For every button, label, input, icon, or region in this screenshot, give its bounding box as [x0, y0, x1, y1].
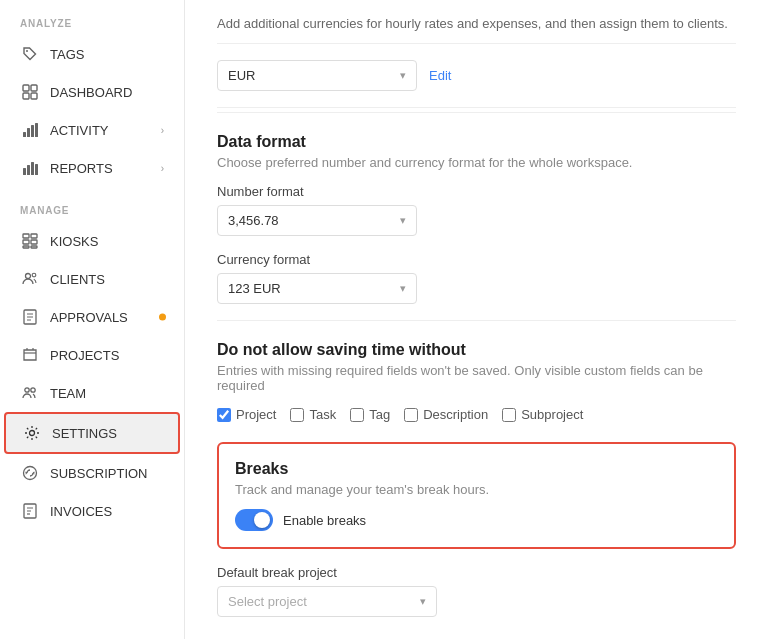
settings-icon — [22, 423, 42, 443]
sidebar-section-label-manage: MANAGE — [0, 187, 184, 222]
sidebar-item-tags[interactable]: TAGS — [4, 35, 180, 73]
invoices-icon — [20, 501, 40, 521]
break-project-select[interactable]: Select project ▾ — [217, 586, 437, 617]
chevron-right-icon: › — [161, 163, 164, 174]
sidebar-item-settings[interactable]: SETTINGS — [4, 412, 180, 454]
sidebar-item-projects[interactable]: PROJECTS — [4, 336, 180, 374]
data-format-section: Data format Choose preferred number and … — [217, 133, 736, 304]
sidebar: ANALYZE TAGS DASHBOARD — [0, 0, 185, 639]
no-saving-title: Do not allow saving time without — [217, 341, 736, 359]
sidebar-item-team[interactable]: TEAM — [4, 374, 180, 412]
checkbox-task[interactable]: Task — [290, 407, 336, 422]
checkbox-project-input[interactable] — [217, 408, 231, 422]
break-project-label: Default break project — [217, 565, 736, 580]
kiosks-icon — [20, 231, 40, 251]
approvals-icon — [20, 307, 40, 327]
checkbox-project-label: Project — [236, 407, 276, 422]
checkbox-tag[interactable]: Tag — [350, 407, 390, 422]
sidebar-item-kiosks[interactable]: KIOSKS — [4, 222, 180, 260]
sidebar-item-label-kiosks: KIOSKS — [50, 234, 98, 249]
sidebar-item-approvals[interactable]: APPROVALS — [4, 298, 180, 336]
break-project-group: Default break project Select project ▾ — [217, 565, 736, 617]
checkbox-project[interactable]: Project — [217, 407, 276, 422]
checkbox-description[interactable]: Description — [404, 407, 488, 422]
checkbox-task-input[interactable] — [290, 408, 304, 422]
svg-rect-3 — [23, 93, 29, 99]
number-format-label: Number format — [217, 184, 736, 199]
toggle-knob — [254, 512, 270, 528]
checkbox-description-input[interactable] — [404, 408, 418, 422]
currency-select-value: EUR — [228, 68, 255, 83]
sidebar-section-manage: MANAGE KIOSKS — [0, 187, 184, 530]
enable-breaks-toggle[interactable] — [235, 509, 273, 531]
sidebar-item-subscription[interactable]: SUBSCRIPTION — [4, 454, 180, 492]
chevron-down-icon: ▾ — [400, 69, 406, 82]
subscription-icon — [20, 463, 40, 483]
currency-format-select[interactable]: 123 EUR ▾ — [217, 273, 417, 304]
sidebar-item-label-team: TEAM — [50, 386, 86, 401]
currency-format-value: 123 EUR — [228, 281, 281, 296]
svg-rect-12 — [35, 164, 38, 175]
breaks-section: Breaks Track and manage your team's brea… — [217, 442, 736, 549]
clients-icon — [20, 269, 40, 289]
svg-point-24 — [30, 431, 35, 436]
sidebar-item-label-activity: ACTIVITY — [50, 123, 109, 138]
number-format-select[interactable]: 3,456.78 ▾ — [217, 205, 417, 236]
sidebar-item-reports[interactable]: REPORTS › — [4, 149, 180, 187]
data-format-desc: Choose preferred number and currency for… — [217, 155, 736, 170]
sidebar-item-label-reports: REPORTS — [50, 161, 113, 176]
edit-link[interactable]: Edit — [429, 68, 451, 83]
top-description: Add additional currencies for hourly rat… — [217, 0, 736, 44]
svg-rect-17 — [23, 246, 29, 248]
break-project-placeholder: Select project — [228, 594, 307, 609]
sidebar-item-invoices[interactable]: INVOICES — [4, 492, 180, 530]
currency-format-group: Currency format 123 EUR ▾ — [217, 252, 736, 304]
svg-rect-14 — [31, 234, 37, 238]
dashboard-icon — [20, 82, 40, 102]
notification-dot — [159, 314, 166, 321]
team-icon — [20, 383, 40, 403]
svg-rect-10 — [27, 165, 30, 175]
checkboxes-row: Project Task Tag Description Subproject — [217, 407, 736, 422]
projects-icon — [20, 345, 40, 365]
number-format-value: 3,456.78 — [228, 213, 279, 228]
sidebar-item-label-tags: TAGS — [50, 47, 84, 62]
checkbox-tag-label: Tag — [369, 407, 390, 422]
sidebar-item-label-settings: SETTINGS — [52, 426, 117, 441]
svg-rect-6 — [27, 128, 30, 137]
sidebar-item-dashboard[interactable]: DASHBOARD — [4, 73, 180, 111]
svg-point-22 — [25, 388, 29, 392]
no-saving-section: Do not allow saving time without Entries… — [217, 341, 736, 422]
sidebar-item-label-approvals: APPROVALS — [50, 310, 128, 325]
svg-rect-15 — [23, 240, 29, 244]
svg-rect-7 — [31, 125, 34, 137]
breaks-desc: Track and manage your team's break hours… — [235, 482, 718, 497]
main-content: Add additional currencies for hourly rat… — [185, 0, 768, 639]
chevron-down-icon: ▾ — [400, 214, 406, 227]
checkbox-tag-input[interactable] — [350, 408, 364, 422]
sidebar-item-clients[interactable]: CLIENTS — [4, 260, 180, 298]
tag-icon — [20, 44, 40, 64]
sidebar-section-label-analyze: ANALYZE — [0, 0, 184, 35]
enable-breaks-label: Enable breaks — [283, 513, 366, 528]
svg-rect-1 — [23, 85, 29, 91]
svg-point-19 — [26, 274, 31, 279]
svg-rect-9 — [23, 168, 26, 175]
currency-select[interactable]: EUR ▾ — [217, 60, 417, 91]
divider-2 — [217, 320, 736, 321]
divider-1 — [217, 112, 736, 113]
breaks-title: Breaks — [235, 460, 718, 478]
sidebar-item-label-projects: PROJECTS — [50, 348, 119, 363]
sidebar-item-label-dashboard: DASHBOARD — [50, 85, 132, 100]
activity-icon — [20, 120, 40, 140]
svg-rect-11 — [31, 162, 34, 175]
data-format-title: Data format — [217, 133, 736, 151]
checkbox-subproject-input[interactable] — [502, 408, 516, 422]
chevron-down-icon: ▾ — [400, 282, 406, 295]
svg-rect-4 — [31, 93, 37, 99]
svg-rect-8 — [35, 123, 38, 137]
sidebar-item-activity[interactable]: ACTIVITY › — [4, 111, 180, 149]
sidebar-item-label-subscription: SUBSCRIPTION — [50, 466, 148, 481]
checkbox-subproject[interactable]: Subproject — [502, 407, 583, 422]
svg-point-23 — [31, 388, 35, 392]
